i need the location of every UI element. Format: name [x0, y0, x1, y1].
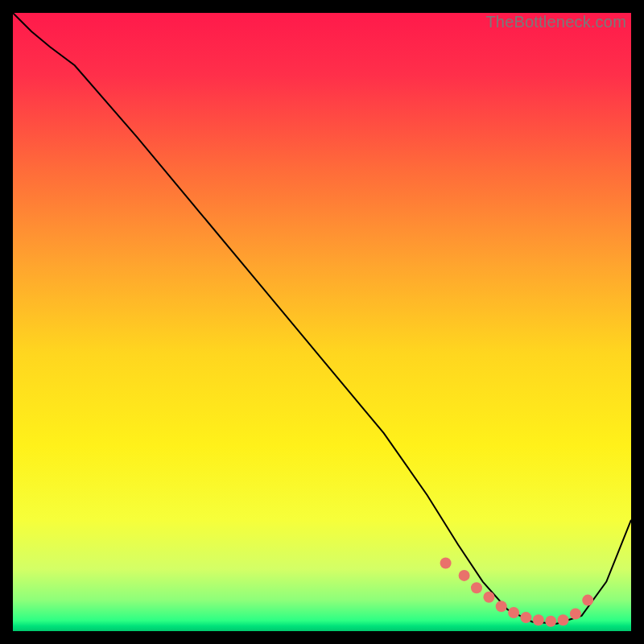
chart-marker	[558, 614, 569, 625]
chart-marker	[508, 607, 519, 618]
chart-marker	[440, 558, 452, 569]
chart-marker	[459, 570, 470, 581]
watermark-text: TheBottleneck.com	[485, 13, 626, 31]
chart-marker	[545, 616, 556, 627]
chart-marker	[496, 601, 507, 612]
chart-marker	[533, 614, 544, 625]
chart-marker	[471, 582, 482, 593]
chart-marker	[520, 612, 531, 623]
chart-marker	[582, 595, 593, 606]
chart-marker	[570, 609, 581, 620]
chart-background	[13, 13, 631, 631]
chart-marker	[483, 592, 494, 603]
chart-frame: TheBottleneck.com	[13, 13, 631, 631]
chart-plot	[13, 13, 631, 631]
